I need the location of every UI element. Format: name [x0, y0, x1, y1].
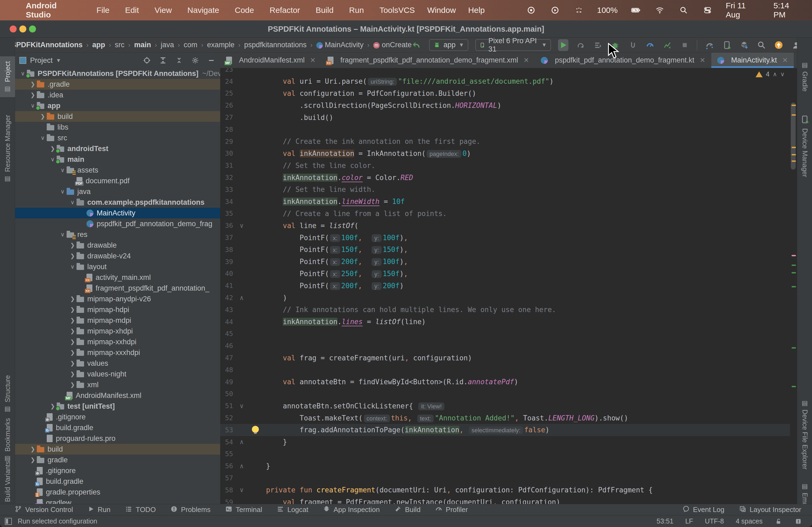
close-tab-icon[interactable]: ✕ [523, 56, 529, 64]
tree-row--idea[interactable]: ❯.idea [15, 90, 220, 100]
tool-strip-item-structure[interactable]: Structure▤ [0, 370, 15, 417]
code-line-44[interactable]: 44 inkAnnotation.lines = listOf(line) [220, 316, 790, 328]
menu-item-navigate[interactable]: Navigate [187, 6, 219, 15]
stripe-mark[interactable] [792, 255, 796, 256]
code-line-34[interactable]: 34 inkAnnotation.lineWidth = 10f [220, 196, 790, 208]
chevron-right-icon[interactable]: ❯ [69, 338, 76, 345]
code-line-38[interactable]: 38 PointF(x:150f, y:150f), [220, 244, 790, 256]
tree-row-mipmap-anydpi-v26[interactable]: ❯mipmap-anydpi-v26 [15, 293, 220, 304]
code-line-48[interactable]: 48 [220, 364, 790, 376]
tool-window-button-build[interactable]: Build [394, 505, 420, 514]
tree-row-src[interactable]: ∨src [15, 133, 220, 143]
stripe-mark[interactable] [792, 347, 796, 349]
tool-strip-item-device-file-explorer[interactable]: ▤Device File Explorer [797, 394, 812, 475]
tree-row-fragment-pspdfkit-pdf-annotation-[interactable]: <>fragment_pspdfkit_pdf_annotation_ [15, 283, 220, 293]
tree-row-build[interactable]: ❯build [15, 444, 220, 454]
device-manager-icon[interactable] [722, 39, 732, 51]
tree-row--gitignore[interactable]: ⊘.gitignore [15, 412, 220, 422]
code-line-51[interactable]: 51∨ annotateBtn.setOnClickListener{ it: … [220, 400, 790, 412]
build-arrow-icon[interactable] [412, 39, 422, 51]
menu-item-android-studio[interactable]: Android Studio [26, 1, 81, 19]
menu-item-vcs[interactable]: VCS [398, 6, 415, 15]
run-icon[interactable] [558, 39, 568, 51]
code-line-58[interactable]: 58∨ private fun createFragment(documentU… [220, 484, 790, 496]
tool-strip-item-device-manager[interactable]: Device Manager [797, 110, 812, 182]
device-select[interactable]: Pixel 6 Pro API 31▼ [475, 39, 551, 51]
tree-row-document-pdf[interactable]: PDFdocument.pdf [15, 176, 220, 186]
menu-item-edit[interactable]: Edit [125, 6, 139, 15]
tree-row-mainactivity[interactable]: MainActivity [15, 208, 220, 219]
code-line-33[interactable]: 33 // Set the line width. [220, 183, 790, 196]
apply-code-changes-icon[interactable] [593, 39, 603, 51]
menu-item-tools[interactable]: Tools [379, 6, 398, 15]
tool-window-button-version-control[interactable]: Version Control [14, 505, 73, 514]
search-icon[interactable] [678, 4, 689, 16]
tool-window-button-profiler[interactable]: Profiler [435, 505, 468, 514]
hide-icon[interactable] [207, 56, 216, 65]
lock-icon[interactable] [774, 517, 782, 525]
tree-row-build-gradle[interactable]: Gbuild.gradle [15, 476, 220, 487]
tree-row-build[interactable]: ❯build [15, 111, 220, 122]
code-line-52[interactable]: 52 Toast.makeText(context:this, text:"An… [220, 412, 790, 424]
code-line-26[interactable]: 26 .scrollDirection(PageScrollDirection.… [220, 99, 790, 111]
tree-row-java[interactable]: ∨java [15, 186, 220, 197]
line-ending[interactable]: LF [685, 517, 693, 525]
code-line-31[interactable]: 31 // Set the line color. [220, 160, 790, 171]
breadcrumb-mainactivity[interactable]: MainActivity [316, 41, 364, 49]
keyboard-dots-icon[interactable] [573, 4, 584, 16]
tree-row-values[interactable]: ❯values [15, 358, 220, 369]
control-center-icon[interactable] [702, 4, 713, 16]
tool-window-button-event-log[interactable]: Event Log [682, 505, 724, 514]
expand-all-icon[interactable] [158, 56, 168, 65]
tree-row-main[interactable]: ∨main [15, 154, 220, 165]
breadcrumb-pspdfkitannotations[interactable]: PSPDFKitAnnotations [6, 41, 83, 49]
breadcrumb-example[interactable]: example [207, 41, 234, 49]
wifi-icon[interactable] [654, 4, 665, 16]
menu-item-build[interactable]: Build [316, 6, 334, 15]
stripe-mark[interactable] [792, 386, 796, 387]
menu-item-help[interactable]: Help [468, 6, 485, 15]
tree-row-mipmap-hdpi[interactable]: ❯mipmap-hdpi [15, 304, 220, 315]
tool-strip-item-project[interactable]: Project▤ [0, 56, 15, 97]
code-editor[interactable]: 2324 val uri = Uri.parse(uriString:"file… [220, 68, 797, 504]
tool-window-button-todo[interactable]: TODO [125, 505, 156, 514]
code-line-54[interactable]: 54∧ } [220, 436, 790, 448]
stripe-mark[interactable] [792, 114, 796, 116]
fold-marker-icon[interactable]: ∧ [234, 462, 249, 470]
tree-row-gradlew[interactable]: C++gradlew [15, 497, 220, 504]
code-line-37[interactable]: 37 PointF(x:100f, y:100f), [220, 231, 790, 244]
tree-row-values-night[interactable]: ❯values-night [15, 369, 220, 379]
code-line-24[interactable]: 24 val uri = Uri.parse(uriString:"file:/… [220, 75, 790, 88]
code-line-29[interactable]: 29 // Create the ink annotation on the f… [220, 136, 790, 148]
tree-row-xml[interactable]: ❯xml [15, 379, 220, 390]
scrollbar-thumb[interactable] [791, 103, 796, 169]
code-line-42[interactable]: 42∧ ) [220, 292, 790, 304]
code-line-43[interactable]: 43 // Ink annotations can hold multiple … [220, 304, 790, 316]
stripe-mark[interactable] [792, 265, 796, 266]
close-tab-icon[interactable]: ✕ [782, 56, 788, 64]
intention-bulb-icon[interactable] [252, 426, 259, 433]
tree-row-mipmap-xxhdpi[interactable]: ❯mipmap-xxhdpi [15, 336, 220, 347]
chevron-right-icon[interactable]: ❯ [29, 457, 37, 463]
window-titlebar[interactable]: PSPDFKit Annotations – MainActivity.kt [… [0, 20, 812, 37]
editor-scrollbar[interactable] [790, 68, 797, 504]
code-line-30[interactable]: 30 val inkAnnotation = InkAnnotation(pag… [220, 148, 790, 160]
tab-MainActivity.kt[interactable]: MainActivity.kt✕ [711, 52, 794, 68]
tree-row-gradle-properties[interactable]: ⣿gradle.properties [15, 487, 220, 497]
tree-row-drawable-v24[interactable]: ❯drawable-v24 [15, 251, 220, 261]
menu-item-window[interactable]: Window [427, 6, 456, 15]
tree-row-libs[interactable]: libs [15, 122, 220, 133]
tool-window-switcher-icon[interactable] [5, 518, 12, 525]
chevron-right-icon[interactable]: ❯ [69, 381, 76, 388]
tree-row-pspdfkit-pdf-annotation-demo-frag[interactable]: pspdfkit_pdf_annotation_demo_frag [15, 219, 220, 229]
chevron-down-icon[interactable]: ∨ [69, 199, 76, 206]
tab-pspdfkit_pdf_annotation_demo_fragment.kt[interactable]: pspdfkit_pdf_annotation_demo_fragment.kt… [535, 52, 711, 68]
breadcrumb-oncreate[interactable]: monCreate [373, 41, 412, 49]
tab-fragment_pspdfkit_pdf_annotation_demo_fragment.xml[interactable]: <>fragment_pspdfkit_pdf_annotation_demo_… [322, 52, 535, 68]
stripe-mark[interactable] [792, 147, 796, 148]
chevron-right-icon[interactable]: ❯ [69, 242, 76, 249]
chevron-right-icon[interactable]: ❯ [69, 296, 76, 302]
breadcrumb-com[interactable]: com [184, 41, 197, 49]
tree-row-build-gradle[interactable]: Gbuild.gradle [15, 422, 220, 433]
stripe-mark[interactable] [792, 286, 796, 287]
